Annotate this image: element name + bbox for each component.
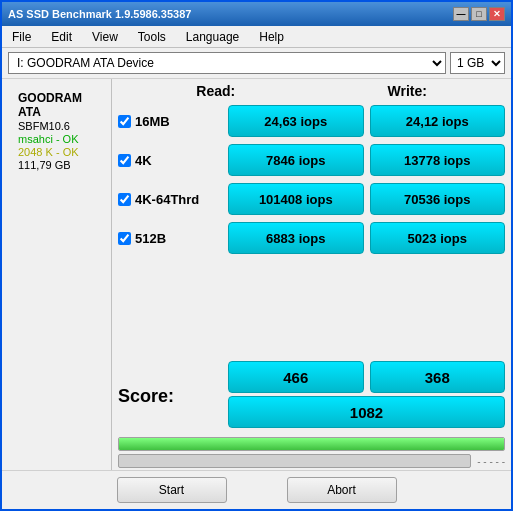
device-select[interactable]: I: GOODRAM ATA Device <box>8 52 446 74</box>
bench-check-512b[interactable] <box>118 232 131 245</box>
bench-name-16mb: 16MB <box>135 114 170 129</box>
menu-view[interactable]: View <box>86 28 124 46</box>
bench-check-4k[interactable] <box>118 154 131 167</box>
score-row: Score: 466 368 1082 <box>112 357 511 433</box>
title-bar: AS SSD Benchmark 1.9.5986.35387 — □ ✕ <box>2 2 511 26</box>
menu-file[interactable]: File <box>6 28 37 46</box>
progress-bar-main <box>118 437 505 451</box>
benchmark-rows: 16MB 24,63 iops 24,12 iops 4K 7846 iops … <box>112 101 511 357</box>
menu-help[interactable]: Help <box>253 28 290 46</box>
menu-language[interactable]: Language <box>180 28 245 46</box>
bench-read-16mb: 24,63 iops <box>228 105 364 137</box>
bench-values-4k64: 101408 iops 70536 iops <box>228 183 505 215</box>
bottom-buttons: Start Abort <box>2 470 511 509</box>
bench-read-512b: 6883 iops <box>228 222 364 254</box>
bench-row-4k64: 4K-64Thrd 101408 iops 70536 iops <box>118 181 505 217</box>
cache-status: 2048 K - OK <box>18 146 95 158</box>
menu-bar: File Edit View Tools Language Help <box>2 26 511 48</box>
bench-name-4k64: 4K-64Thrd <box>135 192 199 207</box>
progress-second-row: - - - - - <box>118 454 505 468</box>
bench-read-4k64: 101408 iops <box>228 183 364 215</box>
bench-row-4k: 4K 7846 iops 13778 iops <box>118 142 505 178</box>
right-panel: Read: Write: 16MB 24,63 iops 24,12 iops <box>112 79 511 470</box>
main-window: AS SSD Benchmark 1.9.5986.35387 — □ ✕ Fi… <box>0 0 513 511</box>
bench-name-512b: 512B <box>135 231 166 246</box>
toolbar: I: GOODRAM ATA Device 1 GB <box>2 48 511 79</box>
score-label: Score: <box>118 386 228 407</box>
maximize-button[interactable]: □ <box>471 7 487 21</box>
main-content: GOODRAM ATA SBFM10.6 msahci - OK 2048 K … <box>2 79 511 470</box>
start-button[interactable]: Start <box>117 477 227 503</box>
close-button[interactable]: ✕ <box>489 7 505 21</box>
column-headers: Read: Write: <box>112 79 511 101</box>
bench-read-4k: 7846 iops <box>228 144 364 176</box>
read-header: Read: <box>120 83 312 99</box>
bench-label-4k: 4K <box>118 153 228 168</box>
score-write: 368 <box>370 361 506 393</box>
bench-values-4k: 7846 iops 13778 iops <box>228 144 505 176</box>
menu-tools[interactable]: Tools <box>132 28 172 46</box>
bench-row-16mb: 16MB 24,63 iops 24,12 iops <box>118 103 505 139</box>
bench-label-4k64: 4K-64Thrd <box>118 192 228 207</box>
left-panel: GOODRAM ATA SBFM10.6 msahci - OK 2048 K … <box>2 79 112 470</box>
msahci-status: msahci - OK <box>18 133 95 145</box>
score-total: 1082 <box>228 396 505 428</box>
progress-bar-secondary <box>118 454 471 468</box>
device-info: GOODRAM ATA SBFM10.6 msahci - OK 2048 K … <box>10 85 103 171</box>
bench-row-512b: 512B 6883 iops 5023 iops <box>118 220 505 256</box>
score-values: 466 368 1082 <box>228 361 505 431</box>
bench-values-16mb: 24,63 iops 24,12 iops <box>228 105 505 137</box>
score-read: 466 <box>228 361 364 393</box>
progress-section: - - - - - <box>112 433 511 470</box>
progress-dots: - - - - - <box>477 456 505 467</box>
bench-name-4k: 4K <box>135 153 152 168</box>
minimize-button[interactable]: — <box>453 7 469 21</box>
bench-check-16mb[interactable] <box>118 115 131 128</box>
bench-write-512b: 5023 iops <box>370 222 506 254</box>
bench-write-4k64: 70536 iops <box>370 183 506 215</box>
write-header: Write: <box>312 83 504 99</box>
bench-write-16mb: 24,12 iops <box>370 105 506 137</box>
abort-button[interactable]: Abort <box>287 477 397 503</box>
device-size: 111,79 GB <box>18 159 95 171</box>
window-controls: — □ ✕ <box>453 7 505 21</box>
window-title: AS SSD Benchmark 1.9.5986.35387 <box>8 8 453 20</box>
device-model: SBFM10.6 <box>18 120 95 132</box>
bench-check-4k64[interactable] <box>118 193 131 206</box>
bench-label-16mb: 16MB <box>118 114 228 129</box>
bench-label-512b: 512B <box>118 231 228 246</box>
device-name: GOODRAM ATA <box>18 91 95 119</box>
progress-bar-fill <box>119 438 504 450</box>
menu-edit[interactable]: Edit <box>45 28 78 46</box>
bench-write-4k: 13778 iops <box>370 144 506 176</box>
bench-values-512b: 6883 iops 5023 iops <box>228 222 505 254</box>
score-top-row: 466 368 <box>228 361 505 393</box>
size-select[interactable]: 1 GB <box>450 52 505 74</box>
